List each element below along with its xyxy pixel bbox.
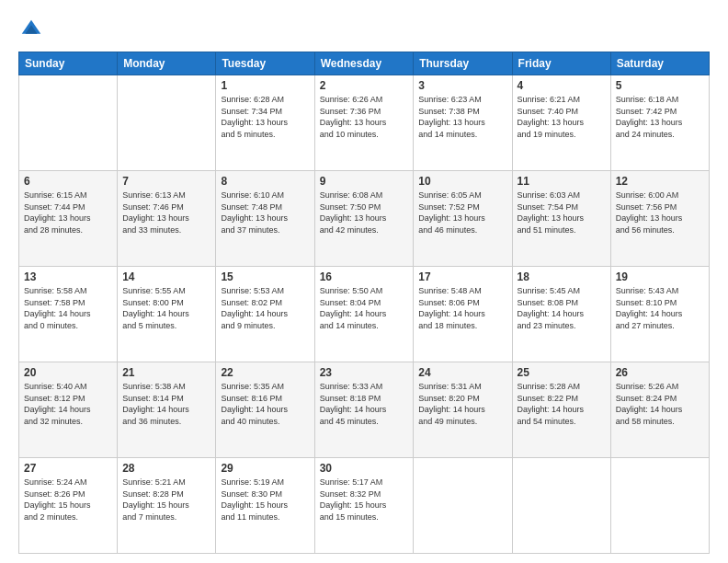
calendar-week-1: 1Sunrise: 6:28 AM Sunset: 7:34 PM Daylig… <box>19 75 710 171</box>
day-number: 11 <box>518 175 606 188</box>
calendar-cell: 29Sunrise: 5:19 AM Sunset: 8:30 PM Dayli… <box>216 458 314 554</box>
calendar-cell: 10Sunrise: 6:05 AM Sunset: 7:52 PM Dayli… <box>414 171 512 267</box>
day-number: 14 <box>122 270 210 283</box>
day-number: 15 <box>221 270 309 283</box>
day-info: Sunrise: 5:45 AM Sunset: 8:08 PM Dayligh… <box>518 285 606 331</box>
logo-icon <box>18 17 44 42</box>
day-number: 22 <box>221 366 309 379</box>
calendar-cell: 17Sunrise: 5:48 AM Sunset: 8:06 PM Dayli… <box>414 267 512 362</box>
calendar-cell: 22Sunrise: 5:35 AM Sunset: 8:16 PM Dayli… <box>216 362 314 458</box>
day-number: 13 <box>24 270 112 283</box>
day-info: Sunrise: 5:50 AM Sunset: 8:04 PM Dayligh… <box>320 285 409 331</box>
day-info: Sunrise: 6:13 AM Sunset: 7:46 PM Dayligh… <box>122 190 210 236</box>
calendar-page: SundayMondayTuesdayWednesdayThursdayFrid… <box>0 0 728 563</box>
weekday-header-monday: Monday <box>118 52 216 75</box>
day-info: Sunrise: 5:55 AM Sunset: 8:00 PM Dayligh… <box>122 285 210 331</box>
weekday-header-row: SundayMondayTuesdayWednesdayThursdayFrid… <box>19 52 710 75</box>
calendar-cell: 6Sunrise: 6:15 AM Sunset: 7:44 PM Daylig… <box>19 171 118 267</box>
calendar-cell: 2Sunrise: 6:26 AM Sunset: 7:36 PM Daylig… <box>314 75 414 171</box>
calendar-cell: 28Sunrise: 5:21 AM Sunset: 8:28 PM Dayli… <box>118 458 216 554</box>
weekday-header-sunday: Sunday <box>19 52 118 75</box>
calendar-cell: 8Sunrise: 6:10 AM Sunset: 7:48 PM Daylig… <box>216 171 314 267</box>
calendar-cell <box>512 458 610 554</box>
weekday-header-saturday: Saturday <box>610 52 709 75</box>
calendar-cell: 5Sunrise: 6:18 AM Sunset: 7:42 PM Daylig… <box>610 75 709 171</box>
day-info: Sunrise: 6:10 AM Sunset: 7:48 PM Dayligh… <box>221 190 309 236</box>
day-number: 21 <box>122 366 210 379</box>
day-info: Sunrise: 6:23 AM Sunset: 7:38 PM Dayligh… <box>418 94 506 140</box>
day-number: 17 <box>418 270 506 283</box>
calendar-cell: 25Sunrise: 5:28 AM Sunset: 8:22 PM Dayli… <box>512 362 610 458</box>
day-info: Sunrise: 5:43 AM Sunset: 8:10 PM Dayligh… <box>616 285 704 331</box>
day-number: 5 <box>616 79 704 92</box>
day-number: 30 <box>320 462 409 475</box>
day-number: 26 <box>616 366 704 379</box>
calendar-cell: 21Sunrise: 5:38 AM Sunset: 8:14 PM Dayli… <box>118 362 216 458</box>
day-info: Sunrise: 5:21 AM Sunset: 8:28 PM Dayligh… <box>122 477 210 523</box>
calendar-cell: 7Sunrise: 6:13 AM Sunset: 7:46 PM Daylig… <box>118 171 216 267</box>
day-info: Sunrise: 6:18 AM Sunset: 7:42 PM Dayligh… <box>616 94 704 140</box>
day-info: Sunrise: 6:26 AM Sunset: 7:36 PM Dayligh… <box>320 94 409 140</box>
day-number: 28 <box>122 462 210 475</box>
day-info: Sunrise: 5:40 AM Sunset: 8:12 PM Dayligh… <box>24 381 112 427</box>
calendar-cell: 15Sunrise: 5:53 AM Sunset: 8:02 PM Dayli… <box>216 267 314 362</box>
calendar-cell: 3Sunrise: 6:23 AM Sunset: 7:38 PM Daylig… <box>414 75 512 171</box>
day-number: 6 <box>24 175 112 188</box>
day-info: Sunrise: 5:28 AM Sunset: 8:22 PM Dayligh… <box>518 381 606 427</box>
day-info: Sunrise: 5:35 AM Sunset: 8:16 PM Dayligh… <box>221 381 309 427</box>
day-number: 24 <box>418 366 506 379</box>
day-info: Sunrise: 5:48 AM Sunset: 8:06 PM Dayligh… <box>418 285 506 331</box>
calendar-cell: 20Sunrise: 5:40 AM Sunset: 8:12 PM Dayli… <box>19 362 118 458</box>
calendar-cell <box>414 458 512 554</box>
day-info: Sunrise: 5:17 AM Sunset: 8:32 PM Dayligh… <box>320 477 409 523</box>
day-info: Sunrise: 6:00 AM Sunset: 7:56 PM Dayligh… <box>616 190 704 236</box>
day-number: 4 <box>518 79 606 92</box>
day-number: 29 <box>221 462 309 475</box>
calendar-table: SundayMondayTuesdayWednesdayThursdayFrid… <box>18 52 710 554</box>
calendar-cell: 27Sunrise: 5:24 AM Sunset: 8:26 PM Dayli… <box>19 458 118 554</box>
calendar-cell <box>19 75 118 171</box>
calendar-cell: 16Sunrise: 5:50 AM Sunset: 8:04 PM Dayli… <box>314 267 414 362</box>
day-number: 16 <box>320 270 409 283</box>
weekday-header-thursday: Thursday <box>414 52 512 75</box>
day-info: Sunrise: 5:53 AM Sunset: 8:02 PM Dayligh… <box>221 285 309 331</box>
calendar-cell: 1Sunrise: 6:28 AM Sunset: 7:34 PM Daylig… <box>216 75 314 171</box>
day-info: Sunrise: 5:26 AM Sunset: 8:24 PM Dayligh… <box>616 381 704 427</box>
day-info: Sunrise: 6:05 AM Sunset: 7:52 PM Dayligh… <box>418 190 506 236</box>
day-info: Sunrise: 5:58 AM Sunset: 7:58 PM Dayligh… <box>24 285 112 331</box>
day-number: 12 <box>616 175 704 188</box>
calendar-cell: 14Sunrise: 5:55 AM Sunset: 8:00 PM Dayli… <box>118 267 216 362</box>
calendar-cell: 9Sunrise: 6:08 AM Sunset: 7:50 PM Daylig… <box>314 171 414 267</box>
day-info: Sunrise: 5:33 AM Sunset: 8:18 PM Dayligh… <box>320 381 409 427</box>
day-number: 2 <box>320 79 409 92</box>
calendar-week-5: 27Sunrise: 5:24 AM Sunset: 8:26 PM Dayli… <box>19 458 710 554</box>
day-number: 27 <box>24 462 112 475</box>
day-info: Sunrise: 5:38 AM Sunset: 8:14 PM Dayligh… <box>122 381 210 427</box>
calendar-cell: 12Sunrise: 6:00 AM Sunset: 7:56 PM Dayli… <box>610 171 709 267</box>
day-info: Sunrise: 6:03 AM Sunset: 7:54 PM Dayligh… <box>518 190 606 236</box>
calendar-week-2: 6Sunrise: 6:15 AM Sunset: 7:44 PM Daylig… <box>19 171 710 267</box>
day-number: 18 <box>518 270 606 283</box>
weekday-header-friday: Friday <box>512 52 610 75</box>
day-info: Sunrise: 6:08 AM Sunset: 7:50 PM Dayligh… <box>320 190 409 236</box>
calendar-cell: 11Sunrise: 6:03 AM Sunset: 7:54 PM Dayli… <box>512 171 610 267</box>
day-info: Sunrise: 6:28 AM Sunset: 7:34 PM Dayligh… <box>221 94 309 140</box>
calendar-cell: 30Sunrise: 5:17 AM Sunset: 8:32 PM Dayli… <box>314 458 414 554</box>
logo <box>18 17 48 42</box>
day-number: 8 <box>221 175 309 188</box>
weekday-header-tuesday: Tuesday <box>216 52 314 75</box>
day-number: 19 <box>616 270 704 283</box>
day-info: Sunrise: 5:19 AM Sunset: 8:30 PM Dayligh… <box>221 477 309 523</box>
day-number: 1 <box>221 79 309 92</box>
calendar-cell: 4Sunrise: 6:21 AM Sunset: 7:40 PM Daylig… <box>512 75 610 171</box>
day-info: Sunrise: 6:15 AM Sunset: 7:44 PM Dayligh… <box>24 190 112 236</box>
calendar-cell: 18Sunrise: 5:45 AM Sunset: 8:08 PM Dayli… <box>512 267 610 362</box>
calendar-cell: 24Sunrise: 5:31 AM Sunset: 8:20 PM Dayli… <box>414 362 512 458</box>
header <box>18 17 710 42</box>
calendar-cell: 26Sunrise: 5:26 AM Sunset: 8:24 PM Dayli… <box>610 362 709 458</box>
calendar-cell <box>610 458 709 554</box>
day-number: 23 <box>320 366 409 379</box>
day-info: Sunrise: 5:31 AM Sunset: 8:20 PM Dayligh… <box>418 381 506 427</box>
calendar-week-4: 20Sunrise: 5:40 AM Sunset: 8:12 PM Dayli… <box>19 362 710 458</box>
weekday-header-wednesday: Wednesday <box>314 52 414 75</box>
